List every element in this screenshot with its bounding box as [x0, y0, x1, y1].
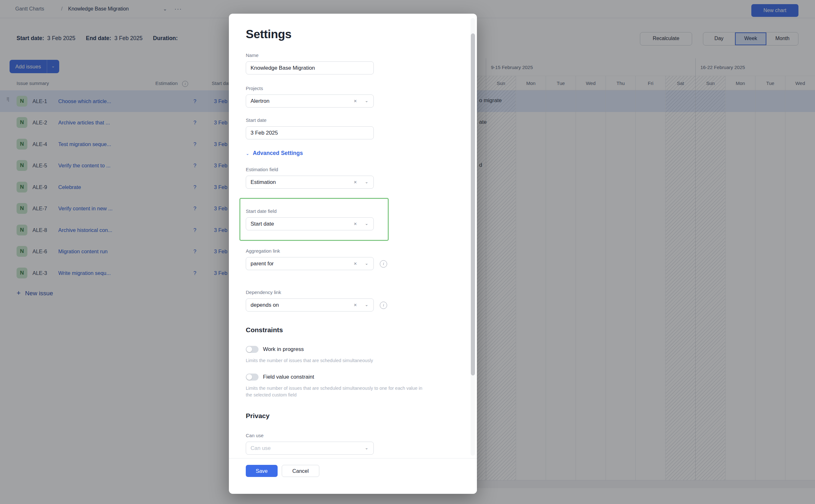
settings-modal: Settings Name Projects Alertron × ⌄ Star…	[229, 14, 477, 493]
projects-value: Alertron	[250, 95, 270, 107]
clear-icon[interactable]: ×	[354, 95, 357, 107]
clear-icon[interactable]: ×	[354, 257, 357, 270]
work-in-progress-toggle[interactable]	[246, 346, 258, 353]
modal-title: Settings	[246, 28, 291, 41]
aggregation-link-value: parent for	[250, 257, 274, 270]
work-in-progress-label: Work in progress	[263, 346, 304, 353]
can-use-placeholder: Can use	[250, 442, 270, 454]
field-value-constraint-help: Limits the number of issues that are sch…	[246, 385, 429, 398]
clear-icon[interactable]: ×	[354, 299, 357, 311]
chevron-down-icon: ⌄	[246, 151, 249, 156]
chevron-down-icon[interactable]: ⌄	[365, 257, 368, 269]
chevron-down-icon[interactable]: ⌄	[365, 95, 368, 107]
aggregation-link-select[interactable]: parent for × ⌄	[246, 257, 374, 270]
dependency-link-select[interactable]: depends on × ⌄	[246, 298, 374, 311]
can-use-label: Can use	[246, 433, 263, 438]
chevron-down-icon[interactable]: ⌄	[365, 218, 368, 229]
app-window: Gantt Charts / Knowledge Base Migration …	[0, 0, 815, 504]
dependency-link-value: depends on	[250, 299, 279, 311]
dependency-link-label: Dependency link	[246, 290, 281, 295]
constraints-heading: Constraints	[246, 326, 283, 334]
field-value-constraint-label: Field value constraint	[263, 374, 314, 380]
modal-scrollbar-thumb[interactable]	[471, 33, 475, 375]
projects-select[interactable]: Alertron × ⌄	[246, 95, 374, 108]
clear-icon[interactable]: ×	[354, 176, 357, 188]
advanced-settings-toggle[interactable]: ⌄Advanced Settings	[246, 150, 303, 157]
start-date-label: Start date	[246, 117, 266, 123]
modal-footer: Save Cancel	[229, 458, 477, 494]
projects-label: Projects	[246, 86, 263, 91]
clear-icon[interactable]: ×	[354, 218, 357, 230]
name-input[interactable]	[246, 61, 374, 74]
save-button[interactable]: Save	[246, 465, 277, 477]
estimation-field-value: Estimation	[250, 176, 276, 188]
start-date-input[interactable]	[246, 126, 374, 139]
info-icon[interactable]: i	[380, 302, 387, 309]
info-icon[interactable]: i	[380, 260, 387, 268]
start-date-field-select[interactable]: Start date × ⌄	[246, 217, 374, 230]
chevron-down-icon[interactable]: ⌄	[365, 299, 368, 311]
chevron-down-icon[interactable]: ⌄	[365, 176, 368, 188]
field-value-constraint-toggle[interactable]	[246, 374, 258, 381]
aggregation-link-label: Aggregation link	[246, 248, 280, 254]
privacy-heading: Privacy	[246, 412, 270, 420]
chevron-down-icon[interactable]: ⌄	[365, 442, 368, 454]
estimation-field-select[interactable]: Estimation × ⌄	[246, 176, 374, 189]
start-date-field-label: Start date field	[246, 208, 277, 214]
cancel-button[interactable]: Cancel	[282, 465, 319, 477]
can-use-select[interactable]: Can use ⌄	[246, 442, 374, 455]
estimation-field-label: Estimation field	[246, 167, 278, 172]
name-label: Name	[246, 53, 258, 58]
advanced-settings-label: Advanced Settings	[253, 150, 303, 156]
work-in-progress-help: Limits the number of issues that are sch…	[246, 357, 434, 364]
start-date-field-value: Start date	[250, 218, 274, 230]
